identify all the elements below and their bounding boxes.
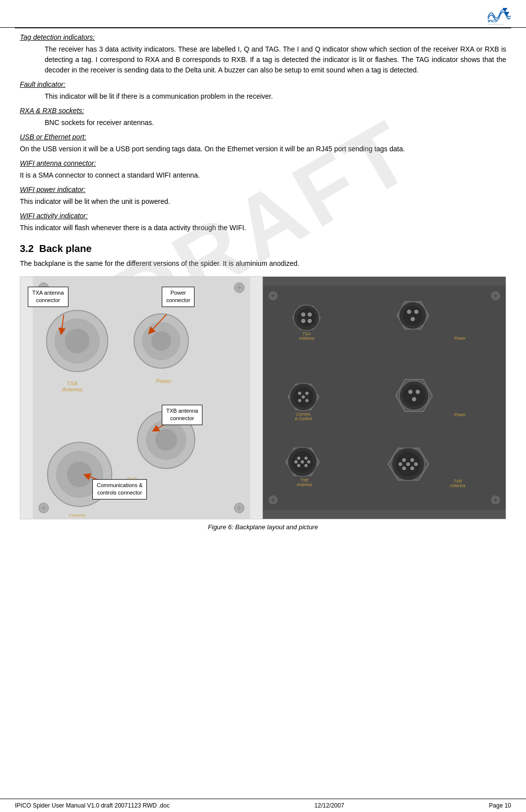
svg-text:Power: Power — [156, 378, 172, 384]
svg-point-94 — [307, 460, 310, 463]
svg-point-104 — [406, 463, 409, 466]
svg-point-31 — [67, 461, 93, 487]
rxa-rxb-paragraph: BNC sockets for receiver antennas. — [45, 118, 506, 128]
svg-point-71 — [298, 392, 301, 395]
svg-point-55 — [302, 312, 305, 316]
svg-text:Power: Power — [454, 336, 466, 341]
svg-text:Comms: Comms — [68, 512, 85, 518]
main-content: Tag detection indicators: The receiver h… — [0, 28, 526, 799]
usb-ethernet-paragraph: On the USB version it will be a USB port… — [20, 144, 506, 154]
figure-caption: Figure 6: Backplane layout and picture — [20, 523, 506, 531]
footer-center: 12/12/2007 — [315, 802, 344, 809]
svg-point-83 — [412, 397, 416, 401]
section-32-paragraph: The backplane is the same for the differ… — [20, 258, 506, 269]
svg-point-100 — [402, 458, 405, 461]
footer-right: Page 10 — [489, 802, 511, 809]
page-container: IPICO RFID REALISED DRAFT Tag detection … — [0, 0, 526, 812]
tag-detection-heading: Tag detection indicators: — [20, 33, 506, 41]
txa-antenna-callout: TXA antenna connector — [28, 287, 68, 307]
fault-indicator-section: Fault indicator: This indicator will be … — [20, 80, 506, 102]
svg-point-75 — [302, 395, 305, 398]
svg-text:RFID REALISED: RFID REALISED — [488, 24, 504, 25]
page-header: IPICO RFID REALISED — [0, 0, 526, 28]
svg-point-103 — [411, 467, 414, 470]
left-diagram: TXA Antenna Power Comms — [20, 277, 263, 519]
svg-text:Power: Power — [454, 412, 466, 417]
svg-text:Antenna: Antenna — [296, 482, 312, 487]
fault-indicator-heading: Fault indicator: — [20, 80, 506, 88]
svg-point-88 — [297, 457, 300, 460]
rxa-rxb-heading: RXA & RXB sockets: — [20, 107, 506, 115]
svg-point-89 — [305, 457, 308, 460]
svg-point-74 — [306, 399, 309, 402]
svg-point-106 — [414, 463, 417, 466]
ipico-logo-icon: IPICO RFID REALISED — [486, 5, 511, 25]
wifi-power-section: WIFI power indicator: This indicator wil… — [20, 186, 506, 207]
svg-text:TXA: TXA — [67, 380, 77, 386]
svg-point-22 — [151, 331, 171, 351]
svg-point-81 — [408, 390, 412, 393]
figure-images: TXA Antenna Power Comms — [20, 276, 506, 519]
svg-point-58 — [308, 319, 311, 322]
svg-text:Antenna: Antenna — [62, 386, 82, 392]
wifi-antenna-heading: WIFI antenna connector: — [20, 159, 506, 167]
txb-antenna-callout: TXB antenna connector — [162, 405, 202, 425]
svg-point-73 — [298, 399, 301, 402]
right-photo: TXA Antenna Power — [263, 277, 506, 519]
svg-point-72 — [306, 392, 309, 395]
wifi-power-heading: WIFI power indicator: — [20, 186, 506, 193]
wifi-antenna-paragraph: It is a SMA connector to connect a stand… — [20, 170, 506, 181]
comms-connector-callout: Communications & controls connector — [92, 479, 147, 500]
svg-point-63 — [402, 306, 423, 326]
svg-point-57 — [302, 319, 305, 322]
page-footer: IPICO Spider User Manual V1.0 draft 2007… — [0, 799, 526, 812]
svg-point-64 — [407, 310, 411, 313]
figure-container: TXA Antenna Power Comms — [20, 276, 506, 531]
wifi-activity-paragraph: This indicator will flash whenever there… — [20, 223, 506, 233]
usb-ethernet-section: USB or Ethernet port: On the USB version… — [20, 133, 506, 154]
fault-indicator-paragraph: This indicator will be lit if there is a… — [45, 91, 506, 102]
tag-detection-section: Tag detection indicators: The receiver h… — [20, 33, 506, 75]
svg-point-91 — [305, 464, 308, 467]
svg-point-92 — [301, 460, 304, 463]
tag-detection-paragraph: The receiver has 3 data activity indicat… — [45, 44, 506, 75]
svg-text:& Control: & Control — [295, 416, 313, 421]
svg-point-19 — [65, 329, 90, 354]
svg-point-90 — [297, 464, 300, 467]
svg-point-28 — [155, 429, 177, 451]
svg-point-66 — [411, 317, 414, 321]
svg-text:IPICO: IPICO — [488, 19, 497, 23]
svg-point-82 — [416, 390, 419, 393]
usb-ethernet-heading: USB or Ethernet port: — [20, 133, 506, 141]
svg-point-105 — [399, 463, 402, 466]
svg-point-93 — [295, 460, 298, 463]
footer-left: IPICO Spider User Manual V1.0 draft 2007… — [15, 802, 170, 809]
svg-point-54 — [297, 309, 316, 327]
wifi-activity-heading: WIFI activity indicator: — [20, 212, 506, 220]
section-32: 3.2 Back plane The backplane is the same… — [20, 243, 506, 269]
svg-point-56 — [308, 312, 311, 316]
section-32-title: 3.2 Back plane — [20, 243, 506, 254]
svg-text:Antenna: Antenna — [298, 336, 314, 341]
logo-area: IPICO RFID REALISED — [486, 5, 511, 25]
power-connector-callout: Power connector — [162, 287, 195, 307]
rxa-rxb-section: RXA & RXB sockets: BNC sockets for recei… — [20, 107, 506, 128]
photo-svg: TXA Antenna Power — [263, 277, 506, 519]
svg-point-101 — [411, 458, 414, 461]
svg-point-102 — [402, 467, 405, 470]
svg-text:Antenna: Antenna — [450, 483, 465, 488]
svg-point-65 — [414, 310, 418, 313]
wifi-power-paragraph: This indicator will be lit when the unit… — [20, 196, 506, 207]
svg-point-80 — [403, 384, 425, 406]
wifi-activity-section: WIFI activity indicator: This indicator … — [20, 212, 506, 233]
wifi-antenna-section: WIFI antenna connector: It is a SMA conn… — [20, 159, 506, 181]
